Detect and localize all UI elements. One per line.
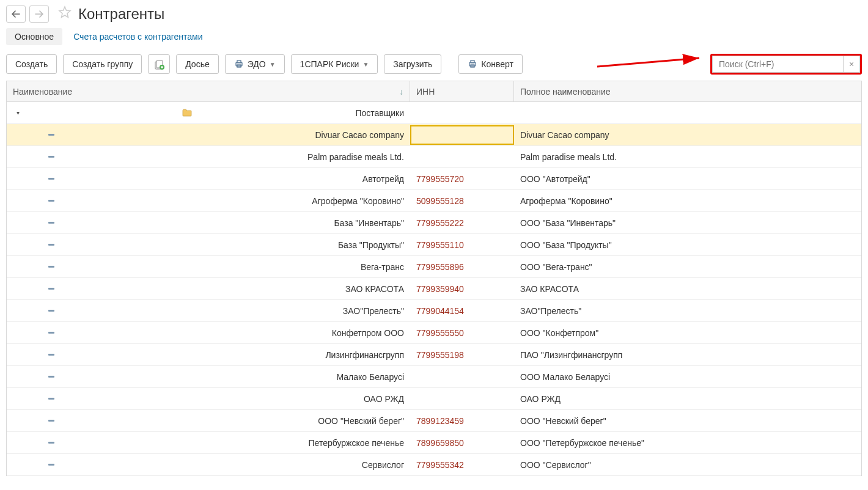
back-button[interactable] <box>6 5 26 23</box>
row-name: ОАО РЖД <box>364 394 404 404</box>
cell-name: Лизингфинансгрупп <box>7 344 410 365</box>
load-button[interactable]: Загрузить <box>384 54 441 74</box>
cell-full: ООО "Петербуржское печенье" <box>514 432 861 453</box>
table-row[interactable]: Лизингфинансгрупп7799555198ПАО "Лизингфи… <box>7 344 861 366</box>
cell-inn: 7899123459 <box>410 410 514 431</box>
table-row[interactable]: ЗАО КРАСОТА7799359940ЗАО КРАСОТА <box>7 278 861 300</box>
copy-add-button[interactable] <box>148 54 170 74</box>
table-row[interactable]: Divuar Cacao companyDivuar Cacao company <box>7 124 861 146</box>
column-header-full[interactable]: Полное наименование <box>514 81 861 101</box>
cell-name: Divuar Cacao company <box>7 124 410 145</box>
table-row[interactable]: Palm paradise meals Ltd.Palm paradise me… <box>7 146 861 168</box>
table-row[interactable]: Петербуржское печенье7899659850ООО "Пете… <box>7 432 861 454</box>
edo-button[interactable]: ЭДО ▼ <box>225 54 285 74</box>
edo-label: ЭДО <box>248 59 266 69</box>
copy-plus-icon <box>154 59 164 69</box>
item-icon <box>48 288 54 290</box>
cell-inn <box>410 388 514 409</box>
cell-full: ООО "Конфетпром" <box>514 322 861 343</box>
forward-button[interactable] <box>29 5 49 23</box>
table-row[interactable]: База "Продукты"7799555110ООО "База "Прод… <box>7 234 861 256</box>
row-name: База "Продукты" <box>338 240 404 250</box>
item-icon <box>48 442 54 444</box>
table-row[interactable]: Сервислог7799555342ООО "Сервислог" <box>7 454 861 476</box>
item-icon <box>48 332 54 334</box>
convert-button[interactable]: Конверт <box>458 54 523 74</box>
row-name: ЗАО"Прелесть" <box>343 306 404 316</box>
tabs-row: Основное Счета расчетов с контрагентами <box>0 26 868 50</box>
table-row[interactable]: ОАО РЖДОАО РЖД <box>7 388 861 410</box>
cell-inn: 7799555720 <box>410 168 514 189</box>
cell-inn: 7799555342 <box>410 454 514 475</box>
printer-icon <box>468 59 477 70</box>
data-grid: Наименование ↓ ИНН Полное наименование ▾… <box>6 81 862 476</box>
row-name: Малако Беларусі <box>336 372 404 382</box>
spark-label: 1СПАРК Риски <box>300 59 359 69</box>
cell-full: ЗАО"Прелесть" <box>514 300 861 321</box>
row-name: Автотрейд <box>362 174 404 184</box>
dossier-button[interactable]: Досье <box>176 54 219 74</box>
cell-full: ПАО "Лизингфинансгрупп <box>514 344 861 365</box>
table-row[interactable]: Агроферма "Коровино"5099555128Агроферма … <box>7 190 861 212</box>
cell-inn <box>410 366 514 387</box>
cell-name: ООО "Невский берег" <box>7 410 410 431</box>
annotation-arrow <box>594 54 704 74</box>
tab-main[interactable]: Основное <box>6 28 62 45</box>
create-group-button[interactable]: Создать группу <box>63 54 142 74</box>
tree-collapse-icon[interactable]: ▾ <box>17 109 20 116</box>
favorite-star-icon[interactable] <box>57 5 72 23</box>
toolbar: Создать Создать группу Досье ЭДО ▼ 1СПАР… <box>0 50 868 78</box>
item-icon <box>48 244 54 246</box>
table-row[interactable]: Малако БеларусіООО Малако Беларусі <box>7 366 861 388</box>
svg-rect-7 <box>471 60 474 63</box>
column-header-name[interactable]: Наименование ↓ <box>7 81 410 101</box>
table-row[interactable]: База "Инвентарь"7799555222ООО "База "Инв… <box>7 212 861 234</box>
cell-inn: 7799359940 <box>410 278 514 299</box>
column-header-inn[interactable]: ИНН <box>410 81 514 101</box>
cell-name: Малако Беларусі <box>7 366 410 387</box>
row-name: Конфетпром ООО <box>332 328 404 338</box>
table-row[interactable]: ООО "Невский берег"7899123459ООО "Невски… <box>7 410 861 432</box>
item-icon <box>48 310 54 312</box>
cell-name: База "Продукты" <box>7 234 410 255</box>
cell-inn: 7799555222 <box>410 212 514 233</box>
item-icon <box>48 420 54 422</box>
row-name: ЗАО КРАСОТА <box>345 284 404 294</box>
row-name: ООО "Невский берег" <box>318 416 404 426</box>
row-name: Divuar Cacao company <box>315 130 404 140</box>
table-row[interactable]: Автотрейд7799555720ООО "Автотрейд" <box>7 168 861 190</box>
chevron-down-icon: ▼ <box>362 61 369 68</box>
spark-risks-button[interactable]: 1СПАРК Риски ▼ <box>291 54 378 74</box>
cell-full: ООО "Невский берег" <box>514 410 861 431</box>
cell-name: Петербуржское печенье <box>7 432 410 453</box>
cell-full: ООО "База "Инвентарь" <box>514 212 861 233</box>
cell-full: Агроферма "Коровино" <box>514 190 861 211</box>
cell-inn: 7899659850 <box>410 432 514 453</box>
convert-label: Конверт <box>481 59 513 69</box>
column-name-label: Наименование <box>13 87 72 97</box>
sort-asc-icon: ↓ <box>399 87 403 97</box>
svg-rect-4 <box>237 60 241 63</box>
cell-full: ООО Малако Беларусі <box>514 366 861 387</box>
search-input[interactable] <box>712 56 843 73</box>
cell-inn <box>410 146 514 167</box>
table-row[interactable]: Конфетпром ООО7799555550ООО "Конфетпром" <box>7 322 861 344</box>
search-clear-button[interactable]: × <box>843 56 860 73</box>
cell-full: Palm paradise meals Ltd. <box>514 146 861 167</box>
search-box-highlight: × <box>710 54 862 75</box>
grid-header: Наименование ↓ ИНН Полное наименование <box>7 81 861 102</box>
cell-inn: 7799555896 <box>410 256 514 277</box>
item-icon <box>48 222 54 224</box>
create-button[interactable]: Создать <box>6 54 57 74</box>
tab-accounts[interactable]: Счета расчетов с контрагентами <box>73 28 202 45</box>
group-row[interactable]: ▾ Поставщики <box>7 102 861 124</box>
row-name: Петербуржское печенье <box>309 438 404 448</box>
cell-name: ОАО РЖД <box>7 388 410 409</box>
cell-name: Конфетпром ООО <box>7 322 410 343</box>
table-row[interactable]: ЗАО"Прелесть"7799044154ЗАО"Прелесть" <box>7 300 861 322</box>
row-name: Лизингфинансгрупп <box>325 350 404 360</box>
cell-full: Divuar Cacao company <box>514 124 861 145</box>
table-row[interactable]: Вега-транс7799555896ООО "Вега-транс" <box>7 256 861 278</box>
svg-line-9 <box>597 58 699 67</box>
cell-name: Сервислог <box>7 454 410 475</box>
